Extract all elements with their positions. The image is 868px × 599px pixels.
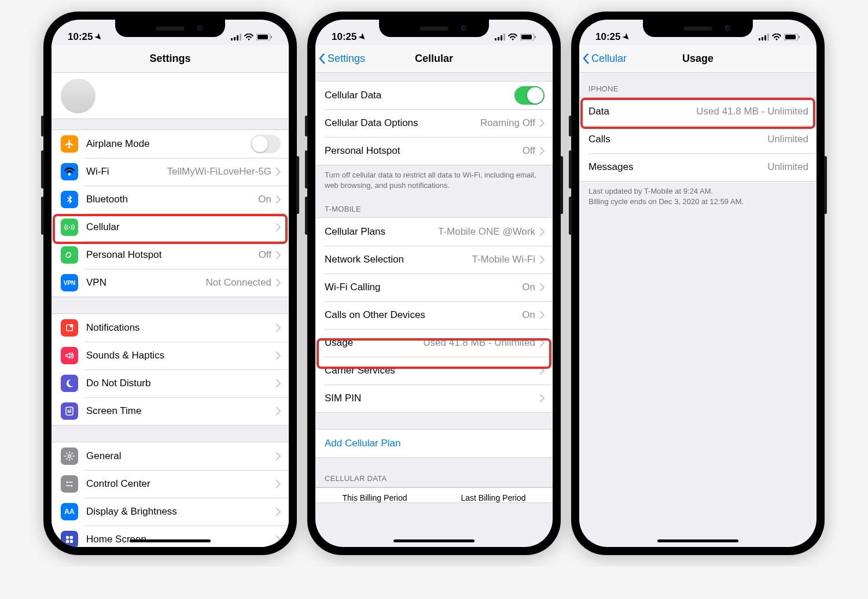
battery-icon [256,34,273,40]
controlcenter-icon [61,475,78,493]
phone-settings: 10:25➤ Settings Airplane Mode [43,12,297,555]
row-sim-pin[interactable]: SIM PIN [315,384,553,412]
back-label: Cellular [591,53,627,65]
row-label: Cellular [86,221,276,233]
row-label: Notifications [86,322,276,334]
row-label: Do Not Disturb [86,378,276,389]
battery-icon [520,34,536,40]
svg-point-8 [69,227,70,228]
svg-rect-18 [66,536,69,539]
nav-bar: Cellular Usage [579,45,816,73]
back-button[interactable]: Cellular [583,45,627,72]
row-messages-usage[interactable]: Messages Unlimited [579,153,816,181]
footer-text: Turn off cellular data to restrict all d… [315,165,553,193]
chevron-right-icon [276,376,281,391]
chevron-right-icon [540,116,545,131]
row-wifi-calling[interactable]: Wi-Fi Calling On [315,273,553,301]
airplane-toggle[interactable] [251,135,281,153]
svg-point-10 [70,324,73,327]
row-control-center[interactable]: Control Center [52,470,289,498]
notch [115,20,225,37]
svg-rect-20 [66,540,69,543]
back-button[interactable]: Settings [319,45,365,72]
row-value: Used 41.8 MB - Unlimited [423,337,535,349]
row-label: Sounds & Haptics [86,350,276,361]
row-value: On [522,309,535,321]
row-cellular-data-options[interactable]: Cellular Data Options Roaming Off [315,109,553,137]
row-home-screen[interactable]: Home Screen [52,526,289,547]
row-cellular-data[interactable]: Cellular Data [315,82,553,109]
row-value: Unlimited [767,161,808,173]
nav-bar: Settings [52,45,289,73]
page-title: Usage [682,53,713,65]
tab-last-period[interactable]: Last Billing Period [434,493,553,502]
vpn-icon: VPN [61,274,78,291]
row-network-selection[interactable]: Network Selection T-Mobile Wi-Fi [315,246,553,273]
row-vpn[interactable]: VPN VPN Not Connected [52,269,289,297]
row-add-cellular-plan[interactable]: Add Cellular Plan [315,430,553,457]
svg-rect-13 [69,411,70,413]
phone-usage: 10:25➤ Cellular Usage IPHONE Data Used 4… [571,12,825,555]
chevron-right-icon [540,335,545,350]
row-calls-other-devices[interactable]: Calls on Other Devices On [315,301,553,329]
row-cellular[interactable]: Cellular [52,213,289,241]
display-icon: AA [61,503,78,520]
home-indicator[interactable] [657,539,738,542]
row-do-not-disturb[interactable]: Do Not Disturb [52,369,289,397]
row-value: Roaming Off [480,117,535,129]
row-label: Personal Hotspot [325,145,523,157]
row-carrier-services[interactable]: Carrier Services [315,357,553,384]
row-cellular-plans[interactable]: Cellular Plans T-Mobile ONE @Work [315,218,553,246]
back-label: Settings [328,53,365,65]
svg-rect-12 [68,409,69,413]
cellular-data-toggle[interactable] [514,86,545,105]
signal-icon [759,34,769,40]
row-bluetooth[interactable]: Bluetooth On [52,186,289,213]
home-indicator[interactable] [130,539,211,542]
phone-cellular: 10:25➤ Settings Cellular Cellular Data [307,12,561,555]
wifi-icon [772,34,781,40]
row-calls-usage[interactable]: Calls Unlimited [579,125,816,153]
row-label: Bluetooth [86,194,258,205]
chevron-right-icon [540,143,545,158]
general-icon [61,448,78,465]
chevron-right-icon [276,532,281,547]
row-label: Display & Brightness [86,506,276,517]
row-wifi[interactable]: Wi-Fi TellMyWi-FiLoveHer-5G [52,158,289,186]
chevron-right-icon [276,320,281,335]
apple-id-row[interactable] [52,73,289,119]
page-title: Settings [149,53,190,65]
row-value: TellMyWi-FiLoveHer-5G [167,166,271,178]
row-usage[interactable]: Usage Used 41.8 MB - Unlimited [315,329,553,357]
chevron-right-icon [276,449,281,464]
home-indicator[interactable] [393,539,475,542]
notch [643,20,753,37]
row-label: VPN [86,277,206,289]
row-label: Screen Time [86,405,276,417]
chevron-right-icon [540,391,545,406]
bluetooth-icon [61,191,78,208]
row-general[interactable]: General [52,442,289,470]
row-value: On [258,194,271,205]
homescreen-icon [61,531,78,547]
row-sounds-haptics[interactable]: Sounds & Haptics [52,342,289,369]
footer-text: Last updated by T-Mobile at 9:24 AM. Bil… [579,182,816,209]
row-value: Unlimited [767,134,808,145]
row-display-brightness[interactable]: AA Display & Brightness [52,498,289,526]
signal-icon [231,34,241,40]
row-screen-time[interactable]: Screen Time [52,397,289,425]
dnd-icon [61,375,78,392]
row-notifications[interactable]: Notifications [52,314,289,342]
row-airplane-mode[interactable]: Airplane Mode [52,130,289,158]
row-label: Add Cellular Plan [325,438,545,449]
row-personal-hotspot[interactable]: Personal Hotspot Off [52,241,289,269]
row-data-usage[interactable]: Data Used 41.8 MB - Unlimited [579,98,816,125]
tab-this-period[interactable]: This Billing Period [315,493,434,502]
svg-point-16 [67,482,68,483]
airplane-icon [61,135,78,153]
location-icon: ➤ [358,31,369,43]
billing-period-tabs[interactable]: This Billing Period Last Billing Period [315,487,553,502]
chevron-right-icon [276,404,281,419]
row-personal-hotspot[interactable]: Personal Hotspot Off [315,137,553,165]
row-value: On [522,282,535,293]
